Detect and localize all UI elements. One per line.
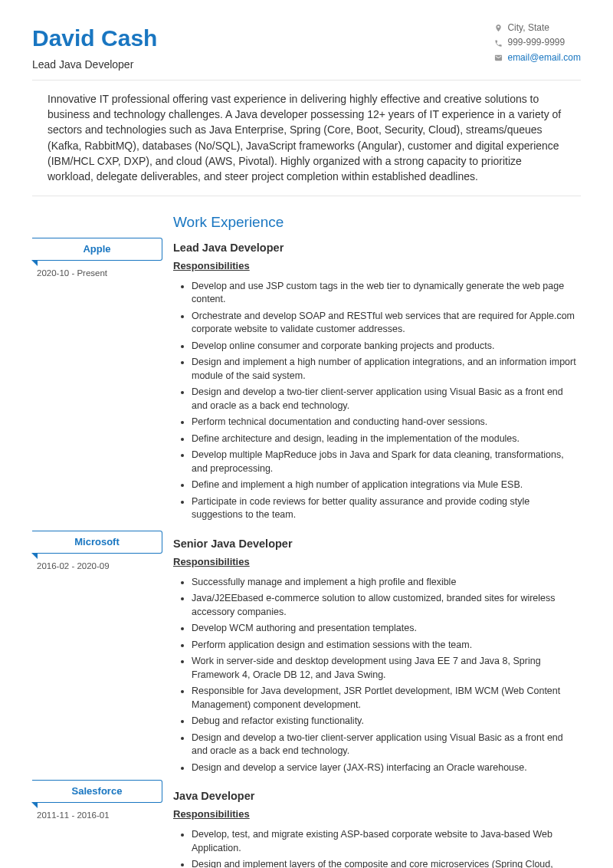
list-item: Design and develop a two-tier client-ser… bbox=[192, 386, 581, 413]
sidebar: Apple2020-10 - PresentMicrosoft2016-02 -… bbox=[32, 212, 162, 868]
list-item: Design and develop a service layer (JAX-… bbox=[192, 761, 581, 775]
list-item: Develop and use JSP custom tags in the w… bbox=[192, 280, 581, 307]
company-block: Microsoft2016-02 - 2020-09 bbox=[32, 531, 162, 769]
list-item: Develop multiple MapReduce jobs in Java … bbox=[192, 449, 581, 475]
responsibilities-list: Develop, test, and migrate existing ASP-… bbox=[173, 828, 581, 868]
date-range: 2020-10 - Present bbox=[37, 267, 162, 280]
responsibilities-heading: Responsibilities bbox=[173, 807, 581, 822]
main-content: Work Experience Lead Java DeveloperRespo… bbox=[162, 212, 581, 868]
list-item: Participate in code reviews for better q… bbox=[192, 495, 581, 522]
contact-block: City, State 999-999-9999 email@email.com bbox=[494, 21, 581, 66]
location-icon bbox=[494, 24, 503, 32]
list-item: Develop online consumer and corporate ba… bbox=[192, 340, 581, 353]
job-entry: Lead Java DeveloperResponsibilitiesDevel… bbox=[173, 240, 581, 522]
summary: Innovative IT professional offering vast… bbox=[32, 91, 581, 196]
job-entry: Java DeveloperResponsibilitiesDevelop, t… bbox=[173, 788, 581, 868]
candidate-name: David Cash bbox=[32, 21, 157, 55]
company-tag: Apple bbox=[32, 238, 162, 261]
phone-icon bbox=[494, 39, 503, 48]
responsibilities-list: Develop and use JSP custom tags in the w… bbox=[173, 280, 581, 522]
date-range: 2016-02 - 2020-09 bbox=[37, 560, 162, 573]
list-item: Develop, test, and migrate existing ASP-… bbox=[192, 828, 581, 855]
email-icon bbox=[494, 54, 503, 62]
list-item: Design and implement layers of the compo… bbox=[192, 858, 581, 868]
company-block: Apple2020-10 - Present bbox=[32, 238, 162, 520]
list-item: Perform technical documentation and cond… bbox=[192, 416, 581, 429]
list-item: Debug and refactor existing functionalit… bbox=[192, 715, 581, 728]
list-item: Develop WCM authoring and presentation t… bbox=[192, 622, 581, 636]
list-item: Design and develop a two-tier client-ser… bbox=[192, 732, 581, 758]
list-item: Java/J2EEbased e-commerce solution to al… bbox=[192, 592, 581, 619]
contact-location: City, State bbox=[507, 21, 549, 35]
responsibilities-heading: Responsibilities bbox=[173, 259, 581, 274]
date-range: 2011-11 - 2016-01 bbox=[37, 809, 162, 822]
contact-phone: 999-999-9999 bbox=[507, 36, 565, 49]
responsibilities-list: Successfully manage and implement a high… bbox=[173, 576, 581, 775]
job-entry: Senior Java DeveloperResponsibilitiesSuc… bbox=[173, 536, 581, 774]
header: David Cash Lead Java Developer City, Sta… bbox=[32, 21, 581, 81]
list-item: Design and implement a high number of ap… bbox=[192, 356, 581, 383]
job-title: Java Developer bbox=[173, 788, 581, 804]
list-item: Perform application design and estimatio… bbox=[192, 639, 581, 653]
company-tag: Microsoft bbox=[32, 531, 162, 554]
list-item: Work in server-side and desktop developm… bbox=[192, 655, 581, 682]
list-item: Successfully manage and implement a high… bbox=[192, 576, 581, 590]
list-item: Responsible for Java development, JSR Po… bbox=[192, 685, 581, 712]
section-title: Work Experience bbox=[173, 212, 581, 233]
candidate-title: Lead Java Developer bbox=[32, 57, 157, 72]
job-title: Lead Java Developer bbox=[173, 240, 581, 256]
list-item: Define architecture and design, leading … bbox=[192, 432, 581, 446]
job-title: Senior Java Developer bbox=[173, 536, 581, 552]
list-item: Orchestrate and develop SOAP and RESTful… bbox=[192, 310, 581, 337]
responsibilities-heading: Responsibilities bbox=[173, 555, 581, 570]
contact-email[interactable]: email@email.com bbox=[507, 51, 581, 64]
list-item: Define and implement a high number of ap… bbox=[192, 478, 581, 492]
company-tag: Salesforce bbox=[32, 780, 162, 804]
company-block: Salesforce2011-11 - 2016-01 bbox=[32, 780, 162, 868]
